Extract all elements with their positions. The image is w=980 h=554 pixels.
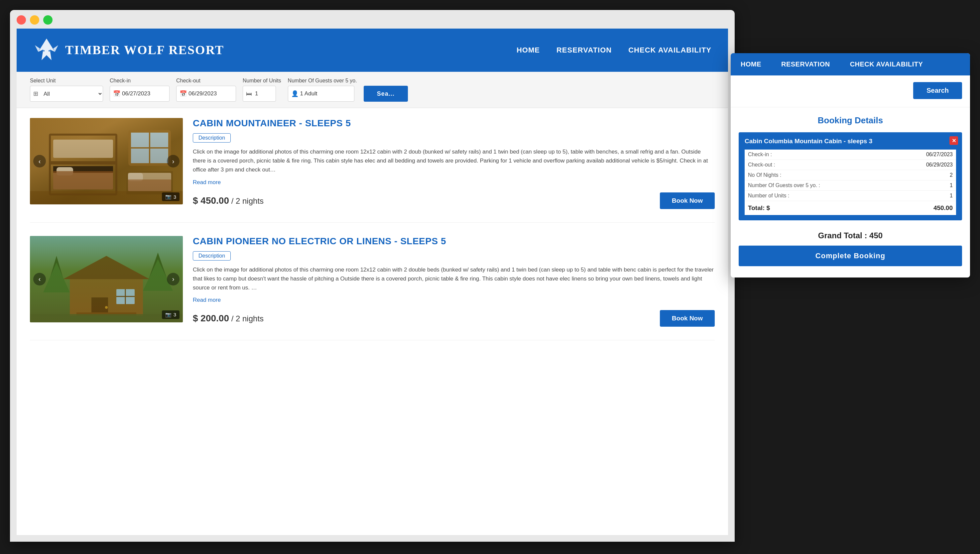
overlay-nav-check-availability[interactable]: CHECK AVAILABILITY bbox=[840, 53, 933, 75]
num-guests-field: Number Of Guests over 5 yo. 👤 bbox=[288, 78, 357, 102]
cabin-image-2 bbox=[30, 236, 183, 322]
nav-check-availability[interactable]: CHECK AVAILABILITY bbox=[628, 46, 711, 54]
cabin2-price: $ 200.00 / 2 nights bbox=[193, 313, 264, 324]
cabin1-description: Click on the image for additional photos… bbox=[193, 147, 715, 175]
svg-rect-19 bbox=[128, 173, 171, 191]
browser-content: Timber Wolf Resort HOME RESERVATION CHEC… bbox=[17, 29, 728, 535]
svg-rect-20 bbox=[128, 173, 143, 181]
svg-point-32 bbox=[105, 306, 108, 309]
cabin2-info: CABIN PIONEER NO ELECTRIC OR LINENS - SL… bbox=[193, 236, 715, 327]
cabin2-book-button[interactable]: Book Now bbox=[660, 310, 715, 327]
overlay-nav: HOME RESERVATION CHECK AVAILABILITY bbox=[731, 53, 970, 75]
svg-rect-18 bbox=[126, 171, 173, 194]
svg-marker-26 bbox=[43, 263, 70, 293]
select-unit-select[interactable]: All bbox=[30, 86, 103, 102]
svg-rect-36 bbox=[76, 312, 136, 316]
camera-icon-2: 📷 bbox=[165, 312, 172, 318]
svg-rect-23 bbox=[30, 236, 183, 322]
overlay-nav-home[interactable]: HOME bbox=[731, 53, 771, 75]
cabin2-read-more[interactable]: Read more bbox=[193, 297, 221, 303]
cabin1-prev-button[interactable]: ‹ bbox=[33, 155, 46, 167]
cabin2-description: Click on the image for additional photos… bbox=[193, 265, 715, 293]
booking-nights-label: No Of Nights : bbox=[748, 172, 781, 178]
nav-reservation[interactable]: RESERVATION bbox=[556, 46, 612, 54]
booking-total-row: Total: $ 450.00 bbox=[745, 201, 956, 215]
bed-icon: 🛏 bbox=[246, 91, 252, 97]
booking-checkin-label: Check-in : bbox=[748, 151, 772, 158]
cabin1-read-more[interactable]: Read more bbox=[193, 179, 221, 185]
camera-icon: 📷 bbox=[165, 194, 172, 200]
cabin1-image-count: 📷 3 bbox=[162, 193, 180, 201]
svg-rect-37 bbox=[30, 314, 183, 322]
complete-booking-button[interactable]: Complete Booking bbox=[739, 245, 962, 266]
checkout-field: Check-out 📅 bbox=[176, 78, 236, 102]
svg-rect-31 bbox=[91, 298, 108, 316]
overlay-window: HOME RESERVATION CHECK AVAILABILITY Sear… bbox=[731, 53, 970, 277]
wolf-logo-icon bbox=[33, 37, 60, 64]
close-browser-button[interactable] bbox=[17, 15, 26, 25]
cabin2-prev-button[interactable]: ‹ bbox=[33, 273, 46, 285]
svg-rect-5 bbox=[30, 118, 183, 204]
svg-rect-15 bbox=[53, 140, 113, 158]
booking-total-label: Total: $ bbox=[748, 204, 770, 212]
site-header: Timber Wolf Resort HOME RESERVATION CHEC… bbox=[17, 29, 728, 72]
svg-rect-8 bbox=[130, 131, 169, 164]
person-icon: 👤 bbox=[291, 90, 298, 97]
browser-window: Timber Wolf Resort HOME RESERVATION CHEC… bbox=[10, 10, 735, 542]
svg-marker-30 bbox=[63, 256, 150, 279]
select-unit-field: Select Unit ⊞ All bbox=[30, 78, 103, 102]
svg-rect-21 bbox=[128, 180, 171, 191]
cabin2-next-button[interactable]: › bbox=[167, 273, 180, 285]
booking-item-close-button[interactable]: ✕ bbox=[950, 136, 958, 145]
svg-rect-16 bbox=[56, 167, 73, 175]
overlay-nav-reservation[interactable]: RESERVATION bbox=[771, 53, 840, 75]
cabin2-footer: $ 200.00 / 2 nights Book Now bbox=[193, 310, 715, 327]
cabin-listing-1: ‹ › 📷 3 CABIN MOUNTAINEER - SLEEPS 5 Des… bbox=[30, 118, 715, 223]
booking-units-value: 1 bbox=[950, 193, 953, 199]
cabin-image-wrap-2: ‹ › 📷 3 bbox=[30, 236, 183, 322]
cabin2-image-count: 📷 3 bbox=[162, 310, 180, 319]
booking-item-cabin-name: Cabin Columbia Mountain Cabin - sleeps 3 bbox=[745, 138, 956, 145]
num-units-label: Number of Units bbox=[243, 78, 281, 84]
booking-nights-value: 2 bbox=[950, 172, 953, 178]
checkin-label: Check-in bbox=[110, 78, 169, 84]
cabin1-book-button[interactable]: Book Now bbox=[660, 193, 715, 209]
nav-home[interactable]: HOME bbox=[516, 46, 540, 54]
svg-rect-11 bbox=[50, 135, 116, 194]
cabin1-title: CABIN MOUNTAINEER - SLEEPS 5 bbox=[193, 118, 715, 129]
booking-checkin-value: 06/27/2023 bbox=[926, 151, 953, 158]
svg-rect-24 bbox=[30, 236, 183, 322]
booking-checkout-label: Check-out : bbox=[748, 162, 775, 168]
num-units-field: Number of Units 🛏 bbox=[243, 78, 281, 102]
select-unit-label: Select Unit bbox=[30, 78, 103, 84]
booking-nights-row: No Of Nights : 2 bbox=[745, 170, 956, 180]
cabin1-footer: $ 450.00 / 2 nights Book Now bbox=[193, 193, 715, 209]
booking-guests-label: Number Of Guests over 5 yo. : bbox=[748, 183, 820, 188]
grand-total-text: Grand Total : 450 bbox=[739, 231, 962, 240]
cabin-listing-2: ‹ › 📷 3 CABIN PIONEER NO ELECTRIC OR LIN… bbox=[30, 236, 715, 341]
booking-details-title: Booking Details bbox=[739, 115, 962, 126]
search-button[interactable]: Sea... bbox=[364, 86, 408, 102]
booking-units-label: Number of Units : bbox=[748, 193, 789, 199]
svg-point-4 bbox=[49, 50, 50, 51]
booking-checkin-row: Check-in : 06/27/2023 bbox=[745, 150, 956, 160]
svg-point-3 bbox=[43, 50, 45, 51]
cabin1-desc-tag[interactable]: Description bbox=[193, 133, 231, 143]
svg-rect-29 bbox=[70, 279, 143, 316]
site-logo: Timber Wolf Resort bbox=[33, 37, 224, 64]
booking-guests-row: Number Of Guests over 5 yo. : 1 bbox=[745, 180, 956, 191]
cabin2-desc-tag[interactable]: Description bbox=[193, 251, 231, 261]
maximize-browser-button[interactable] bbox=[43, 15, 53, 25]
overlay-search-button[interactable]: Search bbox=[913, 82, 962, 99]
cabin1-next-button[interactable]: › bbox=[167, 155, 180, 167]
num-guests-label: Number Of Guests over 5 yo. bbox=[288, 78, 357, 84]
booking-checkout-row: Check-out : 06/29/2023 bbox=[745, 160, 956, 170]
booking-details-panel: Booking Details Cabin Columbia Mountain … bbox=[731, 107, 970, 277]
svg-rect-17 bbox=[53, 171, 113, 189]
booking-units-row: Number of Units : 1 bbox=[745, 191, 956, 201]
checkout-label: Check-out bbox=[176, 78, 236, 84]
search-bar: Select Unit ⊞ All Check-in 📅 Check-out bbox=[17, 72, 728, 108]
checkin-field: Check-in 📅 bbox=[110, 78, 169, 102]
svg-rect-6 bbox=[30, 118, 183, 204]
minimize-browser-button[interactable] bbox=[30, 15, 39, 25]
